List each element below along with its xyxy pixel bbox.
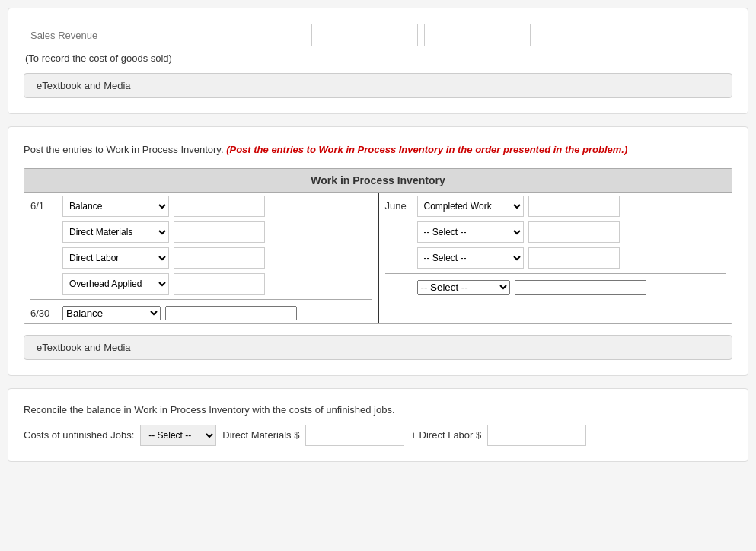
etextbook-media-button-2[interactable]: eTextbook and Media	[24, 335, 732, 360]
right-balance-amount[interactable]	[515, 280, 646, 295]
t-account-body: 6/1 Balance Direct Materials Direct Labo…	[24, 193, 732, 323]
t-account-table: Work in Process Inventory 6/1 Balance Di…	[24, 168, 732, 324]
right-balance-dropdown[interactable]: -- Select -- Completed Work Balance Dire…	[417, 280, 510, 295]
reconcile-card: Reconcile the balance in Work in Process…	[8, 388, 748, 462]
reconcile-dropdown[interactable]: -- Select -- Job 1 Job 2	[140, 425, 216, 446]
left-dropdown-4[interactable]: Balance Direct Materials Direct Labor Ov…	[62, 273, 169, 295]
right-row-3: -- Select -- Completed Work Balance Dire…	[385, 247, 726, 269]
instruction-main: Post the entries to Work in Process Inve…	[24, 144, 224, 155]
instruction-highlight: (Post the entries to Work in Process Inv…	[226, 144, 627, 155]
left-amount-1[interactable]	[174, 196, 265, 217]
right-row-1: June Completed Work Balance Direct Mater…	[385, 196, 726, 217]
left-amount-3[interactable]	[174, 247, 265, 269]
reconcile-row: Costs of unfinished Jobs: -- Select -- J…	[24, 425, 732, 446]
right-row-2: -- Select -- Completed Work Balance Dire…	[385, 221, 726, 243]
reconcile-text: Reconcile the balance in Work in Process…	[24, 404, 732, 416]
sales-revenue-row	[24, 24, 732, 46]
left-balance-row: 6/30 Balance Direct Materials Direct Lab…	[30, 303, 372, 320]
right-divider	[385, 273, 726, 274]
instruction-text: Post the entries to Work in Process Inve…	[24, 142, 732, 158]
record-note: (To record the cost of goods sold)	[24, 53, 732, 64]
left-date-1: 6/1	[30, 200, 58, 212]
direct-materials-input[interactable]	[305, 425, 404, 446]
top-card: (To record the cost of goods sold) eText…	[8, 8, 748, 114]
left-balance-date: 6/30	[30, 307, 58, 319]
right-amount-2[interactable]	[528, 221, 620, 243]
right-dropdown-1[interactable]: Completed Work Balance Direct Materials …	[417, 196, 524, 217]
left-dropdown-3[interactable]: Balance Direct Materials Direct Labor Ov…	[62, 247, 169, 269]
left-dropdown-2[interactable]: Balance Direct Materials Direct Labor Ov…	[62, 221, 169, 243]
left-row-4: Balance Direct Materials Direct Labor Ov…	[30, 273, 372, 295]
right-dropdown-2[interactable]: -- Select -- Completed Work Balance Dire…	[417, 221, 524, 243]
right-date-1: June	[385, 200, 413, 212]
sales-revenue-input[interactable]	[24, 24, 305, 46]
credit-field-1[interactable]	[424, 24, 531, 46]
left-amount-2[interactable]	[174, 221, 265, 243]
reconcile-row-label: Costs of unfinished Jobs:	[24, 429, 134, 441]
left-amount-4[interactable]	[174, 273, 265, 295]
right-dropdown-3[interactable]: -- Select -- Completed Work Balance Dire…	[417, 247, 524, 269]
etextbook-media-button-1[interactable]: eTextbook and Media	[24, 73, 732, 98]
right-amount-3[interactable]	[528, 247, 620, 269]
left-balance-amount[interactable]	[165, 306, 297, 320]
left-row-1: 6/1 Balance Direct Materials Direct Labo…	[30, 196, 372, 217]
left-row-3: Balance Direct Materials Direct Labor Ov…	[30, 247, 372, 269]
left-dropdown-1[interactable]: Balance Direct Materials Direct Labor Ov…	[62, 196, 169, 217]
t-account-right: June Completed Work Balance Direct Mater…	[379, 193, 732, 323]
direct-materials-label: Direct Materials $	[222, 429, 299, 441]
right-balance-row: -- Select -- Completed Work Balance Dire…	[385, 277, 726, 295]
direct-labor-input[interactable]	[487, 425, 586, 446]
direct-labor-label: + Direct Labor $	[410, 429, 481, 441]
left-divider	[30, 299, 372, 300]
work-in-process-card: Post the entries to Work in Process Inve…	[8, 126, 748, 376]
left-row-2: Balance Direct Materials Direct Labor Ov…	[30, 221, 372, 243]
right-amount-1[interactable]	[528, 196, 620, 217]
t-account-left: 6/1 Balance Direct Materials Direct Labo…	[24, 193, 379, 323]
left-balance-dropdown[interactable]: Balance Direct Materials Direct Labor Ov…	[62, 306, 161, 320]
debit-field-1[interactable]	[311, 24, 418, 46]
t-account-title: Work in Process Inventory	[24, 169, 732, 193]
